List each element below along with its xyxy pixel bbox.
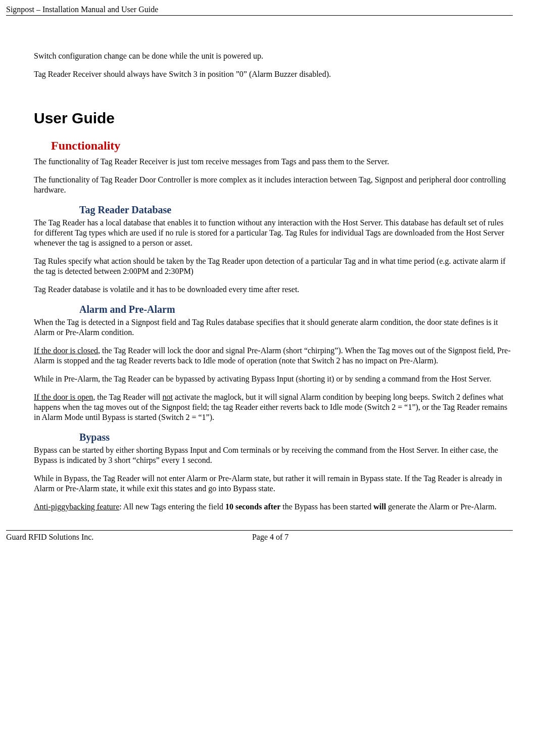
bypass-para-3: Anti-piggybacking feature: All new Tags … bbox=[34, 502, 513, 512]
database-para-2: Tag Rules specify what action should be … bbox=[34, 256, 513, 276]
heading-bypass: Bypass bbox=[79, 432, 513, 443]
bypass-para-2: While in Bypass, the Tag Reader will not… bbox=[34, 474, 513, 494]
intro-para-1: Switch configuration change can be done … bbox=[34, 51, 513, 61]
heading-tag-reader-database: Tag Reader Database bbox=[79, 204, 513, 216]
database-para-3: Tag Reader database is volatile and it h… bbox=[34, 285, 513, 295]
bypass-para-3-rest: generate the Alarm or Pre-Alarm. bbox=[386, 502, 497, 511]
heading-alarm-pre-alarm: Alarm and Pre-Alarm bbox=[79, 304, 513, 315]
alarm-para-1: When the Tag is detected in a Signpost f… bbox=[34, 317, 513, 338]
alarm-para-4-not: not bbox=[163, 393, 173, 401]
content-area: Switch configuration change can be done … bbox=[34, 51, 513, 512]
alarm-para-2: If the door is closed, the Tag Reader wi… bbox=[34, 346, 513, 366]
intro-para-2: Tag Reader Receiver should always have S… bbox=[34, 69, 513, 79]
door-open-label: If the door is open bbox=[34, 393, 93, 401]
alarm-para-4: If the door is open, the Tag Reader will… bbox=[34, 392, 513, 422]
heading-functionality: Functionality bbox=[51, 139, 513, 153]
functionality-para-2: The functionality of Tag Reader Door Con… bbox=[34, 175, 513, 195]
alarm-para-2-rest: , the Tag Reader will lock the door and … bbox=[34, 346, 511, 365]
bypass-para-3-bold: 10 seconds after bbox=[225, 502, 280, 511]
door-closed-label: If the door is closed bbox=[34, 346, 98, 355]
functionality-para-1: The functionality of Tag Reader Receiver… bbox=[34, 157, 513, 167]
bypass-para-3-mid2: the Bypass has been started bbox=[280, 502, 373, 511]
heading-user-guide: User Guide bbox=[34, 110, 513, 127]
database-para-1: The Tag Reader has a local database that… bbox=[34, 218, 513, 248]
alarm-para-3: While in Pre-Alarm, the Tag Reader can b… bbox=[34, 374, 513, 384]
bypass-para-3-will: will bbox=[373, 502, 386, 511]
footer-page-number: Page 4 of 7 bbox=[28, 533, 513, 542]
header-title: Signpost – Installation Manual and User … bbox=[6, 5, 158, 14]
bypass-para-3-mid1: : All new Tags entering the field bbox=[119, 502, 225, 511]
anti-piggybacking-label: Anti-piggybacking feature bbox=[34, 502, 119, 511]
page-footer: Guard RFID Solutions Inc. Page 4 of 7 bbox=[6, 530, 513, 542]
page-header: Signpost – Installation Manual and User … bbox=[6, 5, 513, 16]
bypass-para-1: Bypass can be started by either shorting… bbox=[34, 445, 513, 465]
alarm-para-4-mid1: , the Tag Reader will bbox=[93, 393, 162, 401]
